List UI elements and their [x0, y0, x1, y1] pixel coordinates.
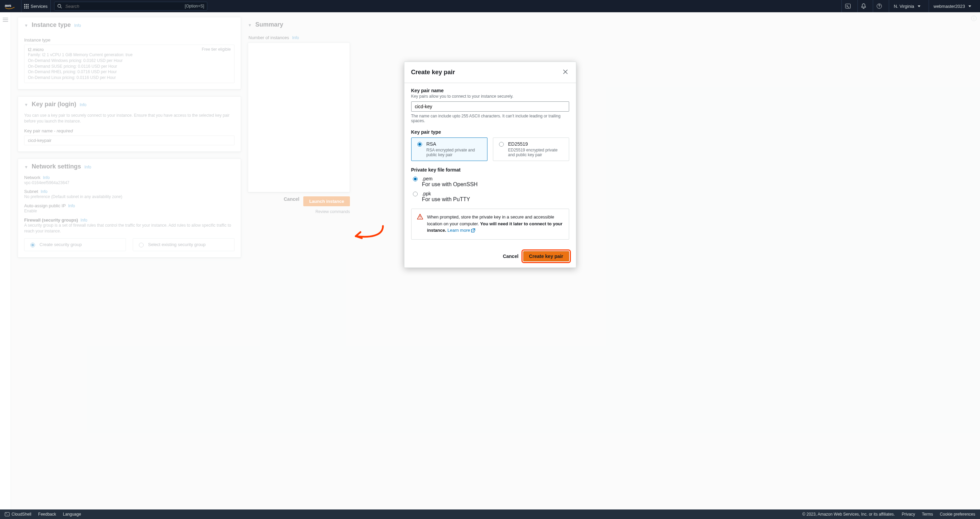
services-menu[interactable]: Services: [21, 0, 51, 12]
copyright: © 2023, Amazon Web Services, Inc. or its…: [802, 512, 895, 517]
page: i ▼ Instance type Info Instance type t2.…: [0, 12, 980, 509]
option-sub: For use with PuTTY: [422, 196, 470, 203]
label: CloudShell: [11, 512, 31, 517]
terms-link[interactable]: Terms: [922, 512, 933, 517]
region-label: N. Virginia: [894, 4, 914, 9]
services-label: Services: [31, 4, 48, 9]
format-ppk[interactable]: .ppk For use with PuTTY: [411, 191, 569, 203]
svg-rect-3: [845, 4, 850, 8]
chevron-down-icon: [969, 5, 971, 7]
warning-alert: When prompted, store the private key in …: [411, 209, 569, 240]
feedback-link[interactable]: Feedback: [38, 512, 56, 517]
svg-text:aws: aws: [5, 3, 11, 8]
keypair-type-ed25519[interactable]: ED25519 ED25519 encrypted private and pu…: [493, 138, 569, 161]
keypair-type-rsa[interactable]: RSA RSA encrypted private and public key…: [411, 138, 487, 161]
option-sub: For use with OpenSSH: [422, 181, 478, 187]
cloudshell-button[interactable]: [842, 0, 854, 12]
cloudshell-link[interactable]: CloudShell: [5, 512, 31, 517]
cancel-button[interactable]: Cancel: [503, 254, 519, 259]
privacy-link[interactable]: Privacy: [902, 512, 915, 517]
account-menu[interactable]: webmaster2023: [929, 0, 976, 12]
warning-icon: [417, 214, 423, 235]
language-link[interactable]: Language: [63, 512, 81, 517]
svg-point-8: [420, 218, 420, 219]
svg-line-2: [60, 7, 62, 8]
create-keypair-modal: Create key pair Key pair name Key pairs …: [404, 62, 576, 268]
help-button[interactable]: [873, 0, 885, 12]
option-title: ED25519: [508, 141, 565, 147]
cloudshell-icon: [5, 512, 10, 516]
format-pem[interactable]: .pem For use with OpenSSH: [411, 176, 569, 187]
option-sub: RSA encrypted private and public key pai…: [426, 148, 483, 157]
grid-icon: [24, 4, 29, 8]
top-nav: aws Services [Option+S] N. Virginia webm…: [0, 0, 980, 12]
bottom-bar: CloudShell Feedback Language © 2023, Ama…: [0, 509, 980, 519]
external-link-icon: [471, 228, 475, 235]
field-sublabel: Key pairs allow you to connect to your i…: [411, 94, 569, 99]
field-hint: The name can include upto 255 ASCII char…: [411, 114, 569, 123]
cookie-preferences-link[interactable]: Cookie preferences: [940, 512, 975, 517]
aws-logo[interactable]: aws: [4, 3, 16, 9]
modal-title: Create key pair: [411, 69, 455, 76]
option-title: .pem: [422, 176, 478, 181]
field-label: Private key file format: [411, 167, 569, 173]
field-label: Key pair type: [411, 129, 569, 135]
svg-point-1: [58, 5, 61, 8]
radio[interactable]: [413, 177, 418, 181]
learn-more-link[interactable]: Learn more: [447, 228, 475, 233]
create-keypair-button[interactable]: Create key pair: [523, 251, 569, 261]
option-title: RSA: [426, 141, 483, 147]
search-box[interactable]: [Option+S]: [54, 2, 207, 11]
keypair-name-input[interactable]: [411, 102, 569, 112]
alert-message: When prompted, store the private key in …: [427, 214, 563, 235]
radio[interactable]: [417, 142, 422, 147]
search-icon: [57, 4, 62, 8]
notifications-button[interactable]: [858, 0, 869, 12]
option-title: .ppk: [422, 191, 470, 196]
close-icon: [563, 70, 568, 74]
search-input[interactable]: [65, 3, 182, 9]
search-shortcut: [Option+S]: [185, 4, 204, 8]
region-menu[interactable]: N. Virginia: [889, 0, 925, 12]
account-label: webmaster2023: [934, 4, 966, 9]
field-label: Key pair name: [411, 88, 569, 93]
chevron-down-icon: [918, 5, 920, 7]
close-button[interactable]: [562, 67, 569, 77]
radio[interactable]: [413, 192, 418, 196]
option-sub: ED25519 encrypted private and public key…: [508, 148, 565, 157]
radio[interactable]: [499, 142, 504, 147]
